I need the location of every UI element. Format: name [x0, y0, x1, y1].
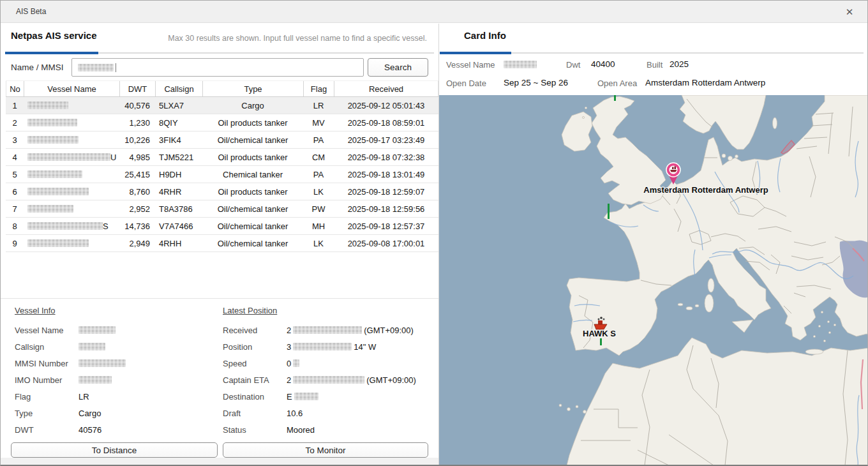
info-field-speed: Speed0 [223, 357, 299, 369]
column-header-cs[interactable]: Callsign [155, 81, 202, 96]
right-tab-underline-active [440, 52, 511, 54]
card-open-date-value: Sep 25 ~ Sep 26 [504, 78, 568, 87]
app-window: AIS Beta ✕ Netpas AIS service Max 30 res… [0, 0, 868, 466]
text-cursor [116, 63, 116, 72]
table-row[interactable]: 310,2263FIK4Oil/chemical tankerPA2025-09… [6, 132, 438, 149]
europe-map[interactable]: HAWK S Amsterdam Rotterdam Antwerp [439, 95, 868, 465]
column-header-no[interactable]: No [6, 81, 24, 96]
table-row[interactable]: 525,415H9DHChemical tankerPA2025-09-18 1… [6, 166, 438, 183]
cell-flag: PW [303, 200, 334, 217]
info-field-draft: Draft10.6 [223, 407, 303, 419]
cell-name [24, 235, 119, 252]
cell-dwt: 1,230 [119, 114, 155, 131]
search-value-redacted [78, 64, 114, 71]
info-field-destination: DestinationE [223, 391, 318, 402]
field-value [79, 326, 116, 334]
cell-cs: 5LXA7 [155, 97, 202, 114]
to-monitor-button[interactable]: To Monitor [223, 442, 428, 458]
redacted-text [27, 170, 82, 178]
cell-cs: 4RHR [155, 183, 202, 200]
info-field-callsign: Callsign [15, 341, 105, 352]
cell-rcv: 2025-09-18 12:59:07 [334, 183, 438, 200]
column-header-flag[interactable]: Flag [303, 81, 334, 96]
cell-rcv: 2025-09-17 03:23:49 [334, 132, 438, 148]
tab-netpas-ais-service[interactable]: Netpas AIS service [11, 30, 97, 41]
column-header-rcv[interactable]: Received [334, 81, 438, 96]
cell-type: Oil products tanker [202, 149, 303, 165]
cell-no: 6 [6, 183, 24, 200]
redacted-text [27, 222, 103, 230]
search-button[interactable]: Search [368, 58, 428, 77]
info-field-status: StatusMoored [223, 424, 315, 435]
card-open-area-label: Open Area [597, 79, 637, 88]
field-value [79, 376, 112, 384]
cell-dwt: 8,760 [119, 183, 155, 200]
card-dwt-label: Dwt [566, 60, 580, 70]
field-label: Callsign [15, 342, 79, 352]
column-header-dwt[interactable]: DWT [119, 81, 155, 96]
table-row[interactable]: 140,5765LXA7CargoLR2025-09-12 05:01:43 [6, 97, 438, 114]
left-tab-underline-active [5, 52, 98, 54]
cell-type: Oil/chemical tanker [202, 200, 303, 217]
cell-dwt: 2,952 [119, 200, 155, 217]
field-label: Vessel Name [15, 326, 79, 335]
table-row[interactable]: 8S14,736V7A7466Oil/chemical tankerMH2025… [6, 218, 438, 235]
results-notice: Max 30 results are shown. Input full ves… [168, 34, 427, 43]
table-row[interactable]: 21,2308QIYOil products tankerMV2025-09-1… [6, 114, 438, 132]
search-input[interactable] [71, 58, 364, 77]
cell-no: 1 [6, 97, 24, 114]
cell-dwt: 2,949 [119, 235, 155, 252]
cell-name [24, 200, 119, 217]
info-field-flag: FlagLR [15, 391, 89, 402]
cell-rcv: 2025-09-08 17:00:01 [334, 235, 438, 252]
redacted-text [293, 359, 299, 367]
table-row[interactable]: 92,9494RHHOil/chemical tankerLK2025-09-0… [6, 235, 438, 252]
redacted-text [79, 326, 116, 334]
redacted-text [293, 343, 352, 350]
field-value: 2(GMT+09:00) [287, 326, 414, 335]
cell-flag: PA [303, 166, 334, 183]
close-icon[interactable]: ✕ [841, 5, 858, 19]
cell-name [24, 114, 119, 131]
map-pin-label: Amsterdam Rotterdam Antwerp [643, 185, 768, 195]
cell-flag: MH [303, 218, 334, 234]
cell-rcv: 2025-09-12 05:01:43 [334, 97, 438, 114]
cell-cs: V7A7466 [155, 218, 202, 234]
cell-name [24, 132, 119, 148]
vessel-table-header: NoVessel NameDWTCallsignTypeFlagReceived [6, 80, 438, 97]
field-value: 10.6 [287, 409, 303, 418]
redacted-text [27, 101, 68, 109]
cell-cs: 8QIY [155, 114, 202, 131]
cell-name [24, 97, 119, 114]
redacted-text [27, 153, 110, 161]
info-field-captain-eta: Captain ETA2(GMT+09:00) [223, 374, 416, 386]
cell-name [24, 183, 119, 200]
column-header-type[interactable]: Type [202, 81, 303, 96]
table-row[interactable]: 4U4,985TJM5221Oil products tankerCM2025-… [6, 149, 438, 166]
card-vessel-name-label: Vessel Name [446, 60, 495, 70]
cell-rcv: 2025-09-18 12:59:56 [334, 200, 438, 217]
cell-name: U [24, 149, 119, 165]
field-value: LR [79, 392, 89, 402]
cell-no: 3 [6, 132, 24, 148]
field-value [79, 359, 126, 367]
info-field-mmsi-number: MMSI Number [15, 357, 126, 369]
redacted-text [27, 205, 73, 213]
tab-card-info[interactable]: Card Info [464, 30, 506, 41]
field-value: Moored [287, 425, 315, 435]
cell-type: Oil/chemical tanker [202, 235, 303, 252]
redacted-text [79, 359, 126, 367]
table-row[interactable]: 72,952T8A3786Oil/chemical tankerPW2025-0… [6, 200, 438, 218]
to-distance-button[interactable]: To Distance [11, 442, 218, 458]
cell-cs: TJM5221 [155, 149, 202, 165]
cell-dwt: 25,415 [119, 166, 155, 183]
info-field-imo-number: IMO Number [15, 374, 112, 386]
redacted-text [27, 188, 89, 195]
column-header-name[interactable]: Vessel Name [24, 81, 119, 96]
redacted-text [27, 119, 77, 126]
redacted-text [27, 136, 79, 144]
table-row[interactable]: 68,7604RHROil products tankerLK2025-09-1… [6, 183, 438, 200]
footer-strip [1, 458, 438, 465]
field-label: IMO Number [15, 375, 79, 385]
title-bar: AIS Beta ✕ [1, 1, 867, 23]
